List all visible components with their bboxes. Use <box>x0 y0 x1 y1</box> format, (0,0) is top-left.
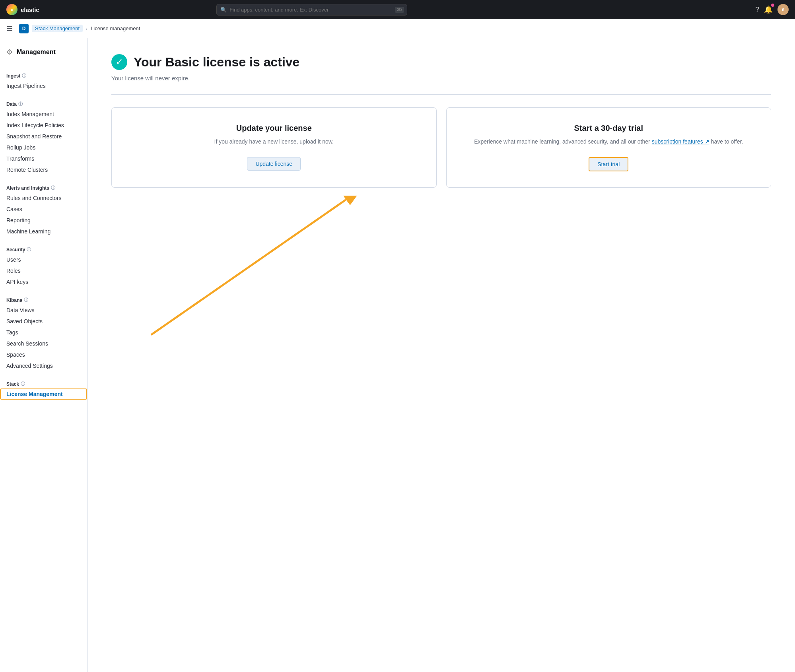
search-input[interactable] <box>216 4 407 16</box>
trial-desc-after: have to offer. <box>709 138 743 145</box>
start-trial-button[interactable]: Start trial <box>589 157 628 171</box>
data-help-icon[interactable]: ⓘ <box>18 101 23 107</box>
ingest-help-icon[interactable]: ⓘ <box>22 73 26 79</box>
sidebar-item-transforms[interactable]: Transforms <box>0 153 87 164</box>
annotation-container <box>111 196 771 355</box>
update-card-title: Update your license <box>124 124 424 133</box>
security-help-icon[interactable]: ⓘ <box>27 247 31 252</box>
elastic-logo-icon: ● <box>6 4 17 15</box>
trial-card-title: Start a 30-day trial <box>459 124 758 133</box>
elastic-logo-text: elastic <box>21 6 39 13</box>
global-search: 🔍 ⌘/ <box>216 4 407 16</box>
gear-icon: ⚙ <box>6 48 13 56</box>
main-content: ✓ Your Basic license is active Your lice… <box>87 38 795 672</box>
hamburger-menu[interactable]: ☰ <box>6 24 13 33</box>
sidebar-item-ingest-pipelines[interactable]: Ingest Pipelines <box>0 80 87 91</box>
start-trial-card: Start a 30-day trial Experience what mac… <box>446 107 772 188</box>
update-card-description: If you already have a new license, uploa… <box>124 138 424 146</box>
sidebar: ⚙ Management Ingest ⓘ Ingest Pipelines D… <box>0 38 87 672</box>
sidebar-item-license-management[interactable]: License Management <box>0 388 87 400</box>
kibana-help-icon[interactable]: ⓘ <box>24 297 28 303</box>
search-icon: 🔍 <box>220 7 227 13</box>
sidebar-item-saved-objects[interactable]: Saved Objects <box>0 316 87 327</box>
avatar[interactable]: e <box>778 4 789 15</box>
sidebar-item-reporting[interactable]: Reporting <box>0 215 87 226</box>
notifications-button[interactable]: 🔔 <box>764 5 773 14</box>
sidebar-item-remote-clusters[interactable]: Remote Clusters <box>0 164 87 175</box>
sidebar-item-spaces[interactable]: Spaces <box>0 349 87 360</box>
stack-help-icon[interactable]: ⓘ <box>21 381 25 387</box>
section-label-data: Data ⓘ <box>0 98 87 109</box>
sidebar-item-index-management[interactable]: Index Management <box>0 109 87 120</box>
page-header: ✓ Your Basic license is active <box>111 54 771 70</box>
breadcrumb-separator: › <box>86 26 87 31</box>
trial-desc-before: Experience what machine learning, advanc… <box>474 138 651 145</box>
sidebar-item-data-views[interactable]: Data Views <box>0 305 87 316</box>
section-label-alerts: Alerts and Insights ⓘ <box>0 182 87 192</box>
sidebar-item-api-keys[interactable]: API keys <box>0 276 87 287</box>
subscription-features-link[interactable]: subscription features ↗ <box>652 138 709 145</box>
sidebar-item-index-lifecycle-policies[interactable]: Index Lifecycle Policies <box>0 120 87 131</box>
main-layout: ⚙ Management Ingest ⓘ Ingest Pipelines D… <box>0 38 795 672</box>
workspace-icon: D <box>19 24 29 33</box>
sidebar-item-rules-connectors[interactable]: Rules and Connectors <box>0 192 87 204</box>
breadcrumb-stack-management[interactable]: Stack Management <box>32 25 83 32</box>
sidebar-item-advanced-settings[interactable]: Advanced Settings <box>0 360 87 371</box>
alerts-help-icon[interactable]: ⓘ <box>51 185 55 191</box>
nav-right: ? 🔔 e <box>755 4 789 15</box>
status-check-icon: ✓ <box>111 54 127 70</box>
section-label-ingest: Ingest ⓘ <box>0 70 87 80</box>
sidebar-item-tags[interactable]: Tags <box>0 327 87 338</box>
sidebar-item-rollup-jobs[interactable]: Rollup Jobs <box>0 142 87 153</box>
section-label-security: Security ⓘ <box>0 243 87 254</box>
page-subtitle: Your license will never expire. <box>111 75 771 82</box>
trial-card-description: Experience what machine learning, advanc… <box>459 138 758 146</box>
section-label-kibana: Kibana ⓘ <box>0 294 87 305</box>
annotation-arrow <box>111 196 771 355</box>
sidebar-item-cases[interactable]: Cases <box>0 204 87 215</box>
cards-row: Update your license If you already have … <box>111 107 771 188</box>
sidebar-title: Management <box>17 49 56 56</box>
update-license-card: Update your license If you already have … <box>111 107 437 188</box>
sidebar-header: ⚙ Management <box>0 48 87 63</box>
breadcrumb-current: License management <box>91 25 140 31</box>
svg-line-1 <box>151 200 346 335</box>
page-title: Your Basic license is active <box>134 55 299 70</box>
sidebar-item-users[interactable]: Users <box>0 254 87 265</box>
notification-badge <box>771 4 774 7</box>
search-shortcut: ⌘/ <box>395 7 404 13</box>
section-label-stack: Stack ⓘ <box>0 378 87 388</box>
update-license-button[interactable]: Update license <box>247 157 301 171</box>
divider <box>111 94 771 95</box>
sidebar-item-search-sessions[interactable]: Search Sessions <box>0 338 87 349</box>
breadcrumb-bar: ☰ D Stack Management › License managemen… <box>0 19 795 38</box>
top-navigation: ● elastic 🔍 ⌘/ ? 🔔 e <box>0 0 795 19</box>
sidebar-item-snapshot-restore[interactable]: Snapshot and Restore <box>0 131 87 142</box>
elastic-logo[interactable]: ● elastic <box>6 4 39 15</box>
sidebar-item-machine-learning[interactable]: Machine Learning <box>0 226 87 237</box>
sidebar-item-roles[interactable]: Roles <box>0 265 87 276</box>
help-button[interactable]: ? <box>755 6 759 14</box>
